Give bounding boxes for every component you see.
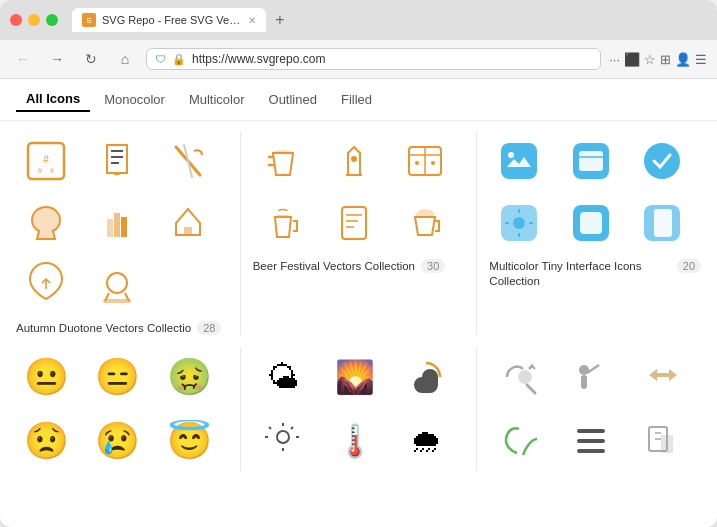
nav-bar: ← → ↻ ⌂ 🛡 🔒 https://www.svgrepo.com ··· … bbox=[0, 40, 717, 79]
reading-mode-icon[interactable]: ⊞ bbox=[660, 52, 671, 67]
list-item[interactable] bbox=[632, 131, 692, 191]
collection-name-beer: Beer Festival Vectors Collection bbox=[253, 260, 415, 272]
svg-line-5 bbox=[184, 145, 192, 177]
collection-footer-beer: Beer Festival Vectors Collection 30 bbox=[253, 259, 465, 273]
list-item[interactable] bbox=[87, 131, 147, 191]
svg-point-12 bbox=[415, 161, 419, 165]
list-item[interactable] bbox=[324, 131, 384, 191]
list-item[interactable] bbox=[632, 193, 692, 253]
list-item[interactable] bbox=[396, 347, 456, 407]
svg-text:#: # bbox=[50, 167, 54, 174]
collection-count-multicolor: 20 bbox=[677, 259, 701, 273]
list-item[interactable] bbox=[489, 131, 549, 191]
list-item[interactable]: 🌡️ bbox=[325, 411, 385, 471]
list-item[interactable] bbox=[87, 255, 147, 315]
filter-bar: All Icons Monocolor Multicolor Outlined … bbox=[0, 79, 717, 121]
list-item[interactable] bbox=[16, 255, 76, 315]
list-item[interactable]: 😇 bbox=[160, 411, 220, 471]
list-item[interactable] bbox=[158, 193, 218, 253]
star-icon[interactable]: ☆ bbox=[644, 52, 656, 67]
collection-count-autumn: 28 bbox=[197, 321, 221, 335]
list-item[interactable] bbox=[561, 411, 621, 471]
collection-footer-autumn: Autumn Duotone Vectors Collectio 28 bbox=[16, 321, 228, 335]
filter-monocolor[interactable]: Monocolor bbox=[94, 88, 175, 111]
list-item[interactable] bbox=[253, 193, 313, 253]
svg-point-25 bbox=[518, 370, 532, 384]
reload-button[interactable]: ↻ bbox=[78, 46, 104, 72]
filter-filled[interactable]: Filled bbox=[331, 88, 382, 111]
collection-name-autumn: Autumn Duotone Vectors Collectio bbox=[16, 322, 191, 334]
list-item[interactable] bbox=[561, 131, 621, 191]
svg-point-16 bbox=[508, 152, 514, 158]
list-item[interactable] bbox=[158, 131, 218, 191]
maximize-button[interactable] bbox=[46, 14, 58, 26]
svg-rect-31 bbox=[577, 429, 605, 433]
active-tab[interactable]: S SVG Repo - Free SVG Vectors × ✕ bbox=[72, 8, 266, 32]
tab-favicon: S bbox=[82, 13, 96, 27]
divider-4 bbox=[476, 347, 477, 471]
profile-icon[interactable]: 👤 bbox=[675, 52, 691, 67]
svg-rect-7 bbox=[103, 299, 131, 303]
forward-button[interactable]: → bbox=[44, 46, 70, 72]
lock-icon: 🔒 bbox=[172, 53, 186, 66]
list-item[interactable] bbox=[395, 131, 455, 191]
collection-interface bbox=[481, 347, 701, 471]
collections-row-1: ### bbox=[16, 131, 701, 335]
collection-emoji: 😐 😑 🤢 😟 😢 😇 bbox=[16, 347, 236, 471]
url-text: https://www.svgrepo.com bbox=[192, 52, 592, 66]
list-item[interactable] bbox=[489, 193, 549, 253]
tab-label: SVG Repo - Free SVG Vectors × bbox=[102, 14, 242, 26]
tab-close-icon[interactable]: ✕ bbox=[248, 15, 256, 26]
svg-line-27 bbox=[531, 365, 535, 369]
list-item[interactable]: 😑 bbox=[88, 347, 148, 407]
menu-icon[interactable]: ☰ bbox=[695, 52, 707, 67]
address-bar[interactable]: 🛡 🔒 https://www.svgrepo.com bbox=[146, 48, 601, 70]
list-item[interactable] bbox=[489, 411, 549, 471]
list-item[interactable] bbox=[16, 193, 76, 253]
filter-outlined[interactable]: Outlined bbox=[259, 88, 327, 111]
svg-rect-21 bbox=[580, 212, 602, 234]
list-item[interactable] bbox=[253, 131, 313, 191]
divider-3 bbox=[240, 347, 241, 471]
list-item[interactable] bbox=[633, 347, 693, 407]
title-bar: S SVG Repo - Free SVG Vectors × ✕ + bbox=[0, 0, 717, 40]
list-item[interactable] bbox=[489, 347, 549, 407]
list-item[interactable] bbox=[395, 193, 455, 253]
list-item[interactable]: 🌄 bbox=[325, 347, 385, 407]
list-item[interactable] bbox=[87, 193, 147, 253]
filter-all-icons[interactable]: All Icons bbox=[16, 87, 90, 112]
svg-point-13 bbox=[431, 161, 435, 165]
home-button[interactable]: ⌂ bbox=[112, 46, 138, 72]
svg-text:#: # bbox=[38, 167, 42, 174]
tab-bar: S SVG Repo - Free SVG Vectors × ✕ + bbox=[72, 8, 707, 32]
list-item[interactable]: 🌧 bbox=[396, 411, 456, 471]
main-content: ### bbox=[0, 121, 717, 508]
back-button[interactable]: ← bbox=[10, 46, 36, 72]
more-button[interactable]: ··· bbox=[609, 52, 620, 67]
list-item[interactable]: 🤢 bbox=[160, 347, 220, 407]
list-item[interactable]: 😐 bbox=[16, 347, 76, 407]
collection-weather: 🌤 🌄 🌡️ 🌧 bbox=[245, 347, 473, 471]
list-item[interactable]: ### bbox=[16, 131, 76, 191]
extensions-icon: ⬛ bbox=[624, 52, 640, 67]
close-button[interactable] bbox=[10, 14, 22, 26]
list-item[interactable] bbox=[633, 411, 693, 471]
list-item[interactable] bbox=[324, 193, 384, 253]
list-item[interactable]: 🌤 bbox=[253, 347, 313, 407]
new-tab-button[interactable]: + bbox=[268, 8, 292, 32]
minimize-button[interactable] bbox=[28, 14, 40, 26]
collection-autumn: ### bbox=[16, 131, 236, 335]
list-item[interactable] bbox=[253, 411, 313, 471]
svg-rect-23 bbox=[654, 209, 672, 237]
filter-multicolor[interactable]: Multicolor bbox=[179, 88, 255, 111]
svg-rect-15 bbox=[501, 143, 537, 179]
svg-text:#: # bbox=[43, 154, 49, 165]
collection-count-beer: 30 bbox=[421, 259, 445, 273]
list-item[interactable] bbox=[561, 193, 621, 253]
list-item[interactable]: 😟 bbox=[16, 411, 76, 471]
collections-row-2: 😐 😑 🤢 😟 😢 😇 🌤 🌄 🌡️ 🌧 bbox=[16, 347, 701, 471]
traffic-lights bbox=[10, 14, 58, 26]
svg-rect-14 bbox=[342, 207, 366, 239]
list-item[interactable] bbox=[561, 347, 621, 407]
list-item[interactable]: 😢 bbox=[88, 411, 148, 471]
